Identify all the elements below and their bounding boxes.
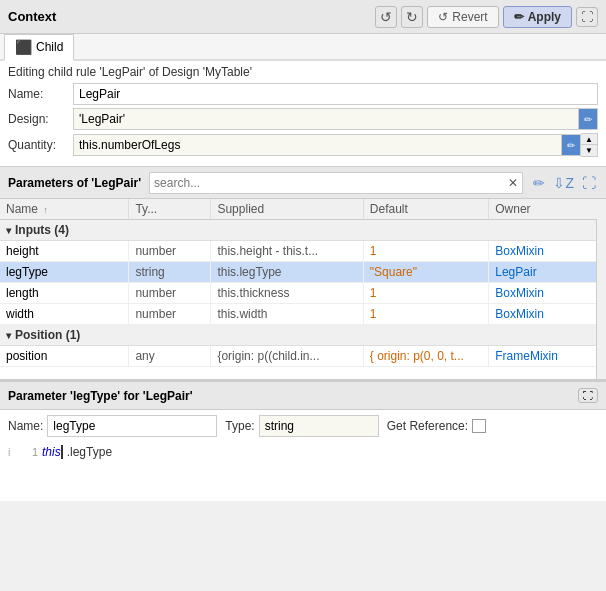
bottom-title: Parameter 'legType' for 'LegPair' (8, 389, 193, 403)
cell-owner: LegPair (489, 262, 606, 283)
editing-title: Editing child rule 'LegPair' of Design '… (8, 65, 598, 79)
table-row[interactable]: position any {origin: p((child.in... { o… (0, 346, 606, 367)
code-line: i 1 this.legType (8, 445, 598, 459)
get-reference-checkbox[interactable] (472, 419, 486, 433)
revert-button[interactable]: ↺ Revert (427, 6, 498, 28)
line-number: 1 (22, 446, 38, 458)
bottom-fields: Name: Type: Get Reference: (0, 410, 606, 441)
redo-button[interactable]: ↻ (401, 6, 423, 28)
bottom-name-wrap: Name: (8, 415, 217, 437)
cell-supplied: this.height - this.t... (211, 241, 363, 262)
table-row[interactable]: width number this.width 1 BoxMixin (0, 304, 606, 325)
bottom-type-wrap: Type: (225, 415, 378, 437)
cell-type: any (129, 346, 211, 367)
cell-type: number (129, 241, 211, 262)
cell-supplied: this.thickness (211, 283, 363, 304)
bottom-panel: Parameter 'legType' for 'LegPair' ⛶ Name… (0, 380, 606, 501)
search-wrap: ✕ (149, 172, 523, 194)
apply-label: Apply (528, 10, 561, 24)
cell-default: 1 (363, 241, 488, 262)
col-header-supplied[interactable]: Supplied (211, 199, 363, 220)
apply-icon: ✏ (514, 10, 524, 24)
expand-params-btn[interactable]: ⛶ (580, 175, 598, 191)
editing-section: Editing child rule 'LegPair' of Design '… (0, 61, 606, 167)
tab-icon: ⬛ (15, 39, 32, 55)
code-keyword: this (42, 445, 63, 459)
bottom-type-input[interactable] (259, 415, 379, 437)
cell-owner: BoxMixin (489, 304, 606, 325)
params-table-wrap: Name ↑ Ty... Supplied Default Owner ▾Inp… (0, 199, 606, 379)
params-title: Parameters of 'LegPair' (8, 176, 141, 190)
design-input[interactable] (73, 108, 578, 130)
col-header-owner[interactable]: Owner (489, 199, 606, 220)
cell-supplied: this.width (211, 304, 363, 325)
name-input[interactable] (73, 83, 598, 105)
cell-type: number (129, 304, 211, 325)
params-icons: ✏ ⇩Z ⛶ (531, 175, 598, 191)
col-header-name[interactable]: Name ↑ (0, 199, 129, 220)
design-input-wrap: ✏ (73, 108, 598, 130)
cell-name: legType (0, 262, 129, 283)
toolbar-actions: ↺ ↻ ↺ Revert ✏ Apply ⛶ (375, 6, 598, 28)
child-tab[interactable]: ⬛ Child (4, 34, 74, 61)
quantity-btn[interactable]: ✏ (561, 134, 581, 156)
bottom-ref-label: Get Reference: (387, 419, 468, 433)
toolbar: Context ↺ ↻ ↺ Revert ✏ Apply ⛶ (0, 0, 606, 34)
quantity-arrows: ▲ ▼ (581, 133, 598, 157)
cell-default: "Square" (363, 262, 488, 283)
cell-owner: BoxMixin (489, 283, 606, 304)
params-table: Name ↑ Ty... Supplied Default Owner ▾Inp… (0, 199, 606, 367)
search-input[interactable] (154, 176, 508, 190)
cell-name: length (0, 283, 129, 304)
quantity-wrap: ✏ ▲ ▼ (73, 133, 598, 157)
revert-label: Revert (452, 10, 487, 24)
bottom-name-input[interactable] (47, 415, 217, 437)
toolbar-title: Context (8, 9, 56, 24)
quantity-input[interactable] (73, 134, 561, 156)
quantity-row: Quantity: ✏ ▲ ▼ (8, 133, 598, 157)
bottom-expand-btn[interactable]: ⛶ (578, 388, 598, 403)
cell-supplied: {origin: p((child.in... (211, 346, 363, 367)
revert-icon: ↺ (438, 10, 448, 24)
design-label: Design: (8, 112, 73, 126)
expand-button[interactable]: ⛶ (576, 7, 598, 27)
cell-name: width (0, 304, 129, 325)
cell-default: 1 (363, 283, 488, 304)
undo-button[interactable]: ↺ (375, 6, 397, 28)
bottom-panel-header: Parameter 'legType' for 'LegPair' ⛶ (0, 382, 606, 410)
cell-name: position (0, 346, 129, 367)
group-position[interactable]: ▾Position (1) (0, 325, 606, 346)
parameters-section: Parameters of 'LegPair' ✕ ✏ ⇩Z ⛶ Name ↑ … (0, 167, 606, 380)
name-row: Name: (8, 83, 598, 105)
quantity-input-wrap: ✏ (73, 134, 581, 156)
group-inputs[interactable]: ▾Inputs (4) (0, 220, 606, 241)
qty-up-arrow[interactable]: ▲ (581, 134, 597, 145)
cell-default: { origin: p(0, 0, t... (363, 346, 488, 367)
code-text: .legType (67, 445, 112, 459)
scrollbar[interactable] (596, 199, 606, 379)
sort-az-btn[interactable]: ⇩Z (551, 175, 576, 191)
bottom-type-label: Type: (225, 419, 254, 433)
table-row[interactable]: height number this.height - this.t... 1 … (0, 241, 606, 262)
cell-default: 1 (363, 304, 488, 325)
edit-params-btn[interactable]: ✏ (531, 175, 547, 191)
apply-button[interactable]: ✏ Apply (503, 6, 572, 28)
cell-owner: FrameMixin (489, 346, 606, 367)
bottom-name-label: Name: (8, 419, 43, 433)
cell-name: height (0, 241, 129, 262)
qty-down-arrow[interactable]: ▼ (581, 145, 597, 156)
design-btn[interactable]: ✏ (578, 108, 598, 130)
code-area[interactable]: i 1 this.legType (0, 441, 606, 501)
search-clear-btn[interactable]: ✕ (508, 176, 518, 190)
quantity-label: Quantity: (8, 138, 73, 152)
col-header-default[interactable]: Default (363, 199, 488, 220)
table-row[interactable]: length number this.thickness 1 BoxMixin (0, 283, 606, 304)
cell-type: number (129, 283, 211, 304)
bottom-ref-wrap: Get Reference: (387, 419, 486, 433)
cell-type: string (129, 262, 211, 283)
col-header-type[interactable]: Ty... (129, 199, 211, 220)
line-indicator: i (8, 446, 18, 458)
tab-label: Child (36, 40, 63, 54)
cell-owner: BoxMixin (489, 241, 606, 262)
table-row-selected[interactable]: legType string this.legType "Square" Leg… (0, 262, 606, 283)
